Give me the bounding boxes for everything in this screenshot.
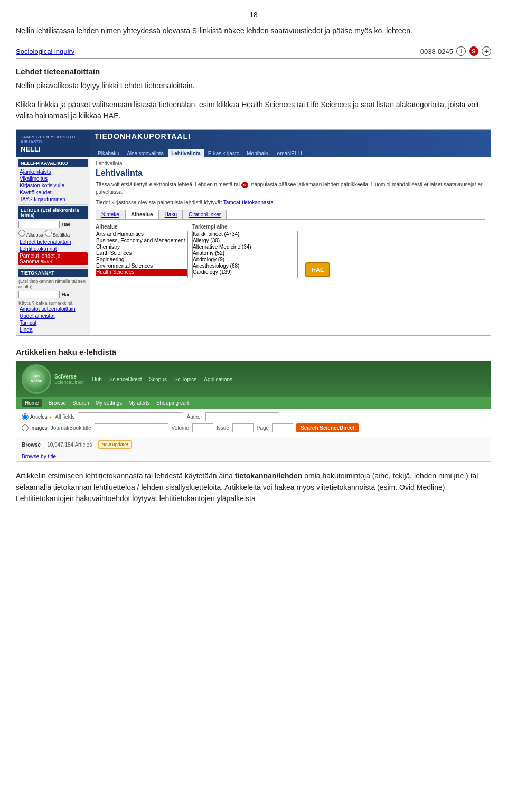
nelli-desc1: Tässä voit etsiä tiettyä elektronista le… [96,181,485,196]
sidebar-item-tays[interactable]: TAYS kirjautuminen [18,196,88,203]
sidebar-search-input2[interactable] [18,291,58,298]
sv-logo: SciVerse SciVerse ScienceDirect [22,364,84,394]
sidebar-linda[interactable]: Linda [18,326,88,333]
option-cardiology[interactable]: Cardiology (139) [193,269,297,276]
option-andrology[interactable]: Andrology (9) [193,257,297,263]
option-anesthesiology[interactable]: Anesthesiology (68) [193,263,297,269]
sv-page-input[interactable] [272,423,293,432]
sidebar-aineistot-tieteenaloittain[interactable]: Aineistot tieteenaloittain [18,306,88,313]
sidebar-lehtitietokannat[interactable]: Lehtitietokannat [18,246,88,252]
sv-main-home[interactable]: Home [22,399,42,407]
sidebar-search-input1[interactable] [18,221,58,228]
sv-nav-applications[interactable]: Applications [204,376,232,382]
nelli-subject-area-list: Aihealue Arts and Humanities Business, E… [96,224,188,278]
nav-aineistonvalinta[interactable]: Aineistonvalinta [124,149,167,157]
journal-issn: 0038-0245 i S + [420,46,491,56]
tamcat-link[interactable]: Tamcat-tietokannasta. [223,200,275,205]
sidebar-pamelut-lehdet[interactable]: Pamelut lehdet ja Sanomalelidet [18,252,88,265]
nav-pikahaku[interactable]: Pikahaku [95,149,123,157]
list-label-left: Aihealue [96,224,188,230]
option-kaikki[interactable]: Kaikki aiheet (4734) [193,231,297,238]
sv-search-button[interactable]: Search ScienceDirect [296,423,359,432]
sv-main-settings[interactable]: My settings [96,400,123,406]
nav-ekasikirjasto[interactable]: E-käsikirjasto [205,149,242,157]
option-health[interactable]: Health Sciences [96,269,187,276]
option-earth[interactable]: Earth Sciences [96,250,187,257]
sv-allfields-input[interactable] [78,412,183,421]
radio-articles[interactable] [22,413,29,420]
sidebar-item-ajankohtaista[interactable]: Ajankohtaista [18,168,88,175]
sidebar-header1: NELLI-PIKAVALIKKO [18,159,88,167]
option-allergy[interactable]: Allergy (30) [193,238,297,244]
outro-bold: tietokannan/lehden [235,471,303,480]
info-icon[interactable]: i [456,46,466,56]
uni-name: TAMPEREEN YLIOPISTO [21,135,86,139]
plus-icon[interactable]: + [482,46,491,56]
tab-citationlinker[interactable]: CitationLinker [183,210,227,219]
sv-main-alerts[interactable]: My alerts [128,400,150,406]
sv-nav-sciencedirect[interactable]: ScienceDirect [109,376,142,382]
section1-heading: Lehdet tieteenaloittain [16,67,491,76]
subject-area-select[interactable]: Arts and Humanities Business, Economy an… [96,231,188,278]
sv-issue-input[interactable] [232,423,253,432]
option-arts[interactable]: Arts and Humanities [96,231,187,238]
option-chemistry[interactable]: Chemistry [96,244,187,250]
sidebar-search-btn2[interactable]: Hae [59,291,73,298]
sv-nav-scopus[interactable]: Scopus [149,376,167,382]
nav-monihaku[interactable]: Monihaku [243,149,273,157]
sv-page-label: Page [257,425,269,431]
subject-subarea-select[interactable]: Kaikki aiheet (4734) Allergy (30) Altern… [192,231,298,278]
sv-volume-input[interactable] [192,423,213,432]
tab-aihealue[interactable]: Aihealue [125,210,159,219]
option-environmental[interactable]: Environmental Sciences [96,263,187,269]
sv-selected-dot: ● [49,414,52,420]
option-business[interactable]: Business, Economy and Management [96,238,187,244]
section1-body1: Nellin pikavalikosta löytyy linkki Lehde… [16,80,491,92]
sv-main-cart[interactable]: Shopping cart [156,400,189,406]
radio-images[interactable] [22,424,29,431]
s-link-icon[interactable]: S [469,46,478,56]
sv-main-search[interactable]: Search [72,400,89,406]
sv-author-label: Author [186,414,202,420]
journal-title-link[interactable]: Sociological inquiry [16,48,74,55]
option-alternative[interactable]: Alternative Medicine (34) [193,244,297,250]
radio-sisaltaa[interactable] [45,230,52,237]
tab-nimeke[interactable]: Nimeke [96,210,125,219]
sv-journal-input[interactable] [95,423,168,432]
sv-browse-label[interactable]: Browse [22,442,41,448]
hae-button[interactable]: HAE [305,262,330,277]
sv-issue-label: Issue [217,425,229,431]
nelli-lehtivalinta-content: Aihealue Arts and Humanities Business, E… [96,224,485,278]
section1-body2: Klikka linkkiä ja pääset valitsemaan lis… [16,99,491,122]
sv-journal-label: Journal/Book title [51,425,91,431]
nav-omanelli[interactable]: omaNELLI [274,149,305,157]
sv-nav-hub[interactable]: Hub [92,376,102,382]
nelli-main: Lehtivalinta Lehtivalinta Tässä voit ets… [90,157,491,335]
nav-lehtivalinta[interactable]: Lehtivalinta [168,149,204,157]
option-anatomy[interactable]: Anatomy (52) [193,250,297,257]
sidebar-item-kayttooikeudet[interactable]: Käyttöikeudet [18,189,88,196]
tab-haku[interactable]: Haku [159,210,183,219]
sv-nav-scitopics[interactable]: SciTopics [174,376,196,382]
sidebar-tamcat[interactable]: Tamcat [18,319,88,326]
sv-browse-by-title[interactable]: Browse by title [22,454,56,459]
sidebar-lehdet-tieteenaloittain[interactable]: Lehdet tieteenaloittain [18,239,88,246]
list-label-right: Tarkempi aihe [192,224,298,230]
sidebar-search-btn1[interactable]: Hae [59,221,73,228]
intro-paragraph: Nellin lehtilistassa lehden nimen yhteyd… [16,25,491,36]
sidebar-item-kirjaston[interactable]: Kirjaston kotisivulle [18,182,88,189]
sv-search-row2: Images Journal/Book title Volume Issue P… [22,423,485,432]
radio-alkuosa[interactable] [18,230,25,237]
nelli-desc2: Tiedot kirjastossa olevista painetuista … [96,199,485,206]
sidebar-item-vikailmoitus[interactable]: Vikailmoitus [18,175,88,182]
sv-main-browse[interactable]: Browse [49,400,66,406]
sv-header: SciVerse SciVerse ScienceDirect Hub Scie… [16,361,491,397]
sidebar-uudet-aineistot[interactable]: Uudet aineistot [18,313,88,319]
option-engineering[interactable]: Engineering [96,257,187,263]
sv-top-nav: Hub ScienceDirect Scopus SciTopics Appli… [92,375,233,383]
sidebar-menu1: Ajankohtaista Vikailmoitus Kirjaston kot… [18,168,88,203]
sidebar-note: Käytä ? katkaisumerkkinä [18,300,73,306]
sv-nav-bar: Home Browse Search My settings My alerts… [16,397,491,409]
sidebar-radio-row: Alkuosa Sisältää [18,230,88,238]
sv-author-input[interactable] [205,412,279,421]
